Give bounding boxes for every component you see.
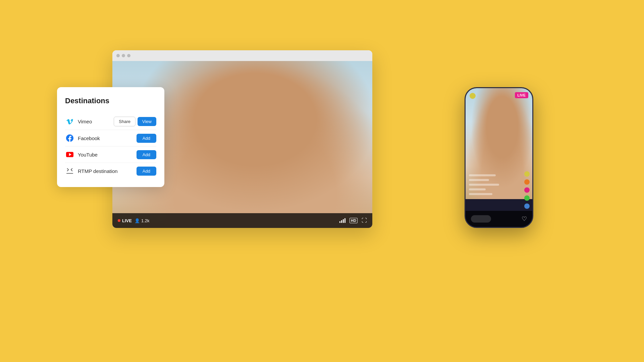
facebook-name: Facebook <box>78 135 137 141</box>
facebook-icon <box>65 133 74 143</box>
viewer-icon: 👤 <box>135 218 140 223</box>
hd-label: HD <box>350 218 358 223</box>
destination-item-rtmp: RTMP destination Add <box>65 163 156 179</box>
chat-line-1 <box>469 174 496 176</box>
live-badge: LIVE <box>118 218 132 223</box>
vimeo-share-button[interactable]: Share <box>114 117 136 126</box>
rtmp-icon <box>65 166 74 176</box>
video-controls-bar: LIVE 👤 1.2k HD ⛶ <box>112 213 372 228</box>
phone-screen: LIVE ♡ <box>466 88 532 227</box>
youtube-icon <box>65 150 74 159</box>
signal-bar-1 <box>339 221 340 223</box>
mobile-phone: LIVE ♡ <box>465 87 533 228</box>
phone-more-button[interactable] <box>471 215 491 223</box>
controls-right: HD ⛶ <box>339 218 367 224</box>
chat-line-3 <box>469 184 499 186</box>
browser-dot-2 <box>122 54 125 57</box>
scene: LIVE 👤 1.2k HD ⛶ <box>0 0 644 362</box>
color-dot-yellow[interactable] <box>524 171 530 177</box>
browser-dot-3 <box>127 54 130 57</box>
rtmp-name: RTMP destination <box>78 168 137 174</box>
destinations-panel: Destinations Vimeo Share View Facebook A… <box>57 87 164 187</box>
phone-live-badge: LIVE <box>515 92 528 98</box>
rtmp-add-button[interactable]: Add <box>137 167 156 176</box>
color-dot-orange[interactable] <box>524 179 530 185</box>
destinations-title: Destinations <box>65 97 156 105</box>
signal-icon <box>339 218 345 223</box>
phone-bottom-bar: ♡ <box>466 211 532 227</box>
signal-bar-3 <box>343 219 344 223</box>
color-dot-blue[interactable] <box>524 203 530 209</box>
chat-line-4 <box>469 188 486 190</box>
destination-item-youtube: YouTube Add <box>65 146 156 163</box>
youtube-add-button[interactable]: Add <box>137 150 156 159</box>
phone-chat-lines <box>469 174 499 195</box>
browser-titlebar <box>112 50 372 61</box>
phone-indicator-dot <box>470 93 476 99</box>
vimeo-name: Vimeo <box>78 119 114 124</box>
chat-line-2 <box>469 179 489 181</box>
viewer-number: 1.2k <box>141 218 150 223</box>
youtube-name: YouTube <box>78 152 137 158</box>
vimeo-view-button[interactable]: View <box>138 117 156 126</box>
chat-line-5 <box>469 193 492 195</box>
color-dot-pink[interactable] <box>524 187 530 193</box>
browser-dot-1 <box>116 54 120 57</box>
destination-item-vimeo: Vimeo Share View <box>65 113 156 130</box>
signal-bar-4 <box>344 218 345 223</box>
phone-heart-icon[interactable]: ♡ <box>522 215 527 223</box>
facebook-add-button[interactable]: Add <box>137 134 156 143</box>
viewer-count: 👤 1.2k <box>135 218 150 223</box>
color-dot-green[interactable] <box>524 195 530 201</box>
phone-color-dots <box>524 171 530 209</box>
live-dot <box>118 219 120 222</box>
fullscreen-icon[interactable]: ⛶ <box>362 218 367 224</box>
live-label: LIVE <box>122 218 132 223</box>
vimeo-icon <box>65 117 74 126</box>
destination-item-facebook: Facebook Add <box>65 130 156 146</box>
signal-bar-2 <box>341 220 342 223</box>
